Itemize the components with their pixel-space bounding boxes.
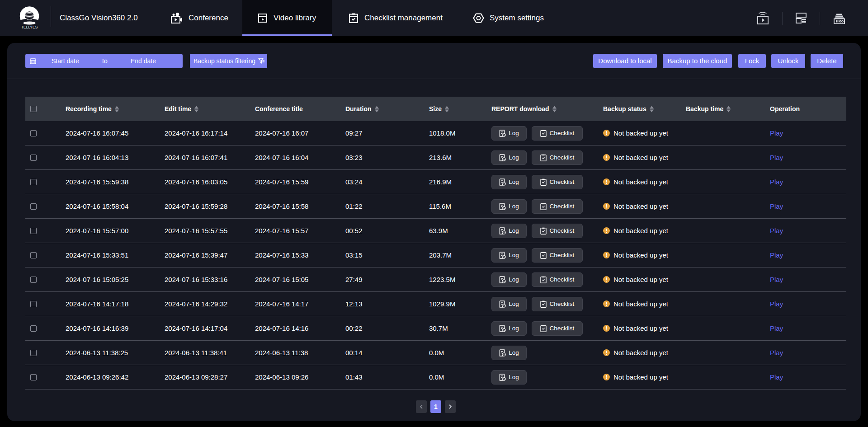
svg-text:TELLYES: TELLYES: [21, 25, 38, 29]
